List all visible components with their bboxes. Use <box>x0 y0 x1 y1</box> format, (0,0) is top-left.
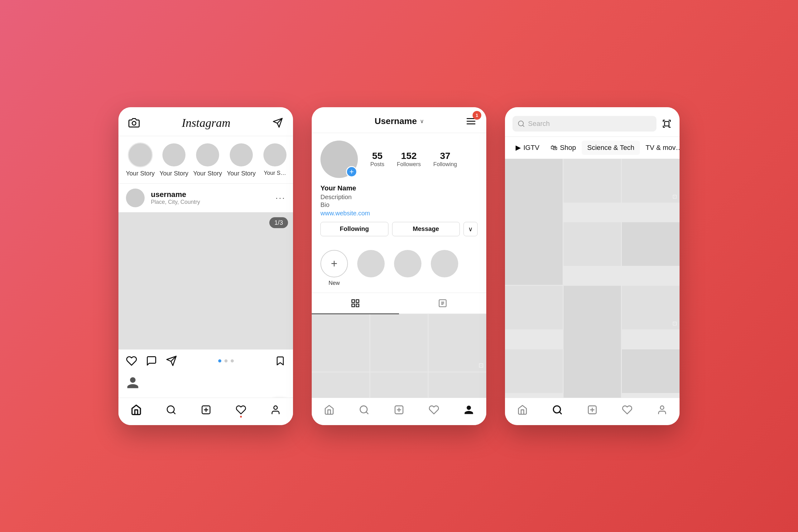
add-story-button[interactable]: + <box>346 166 357 177</box>
svg-rect-26 <box>665 121 669 126</box>
post-counter: 1/3 <box>269 217 288 228</box>
tab-grid[interactable] <box>312 293 399 314</box>
p2-nav-profile-button[interactable] <box>463 404 474 415</box>
camera-icon[interactable] <box>129 117 140 128</box>
explore-cell-2-icon: ⊡ <box>672 193 677 200</box>
highlight-circle-1 <box>357 250 385 278</box>
story-item-4[interactable]: Your S… <box>258 142 292 177</box>
explore-cell-1[interactable] <box>564 159 621 203</box>
posts-stat: 55 Posts <box>370 151 384 168</box>
header-notification-badge: 1 <box>473 111 481 120</box>
comment-button[interactable] <box>146 355 157 366</box>
p3-nav-search-button[interactable] <box>552 404 563 415</box>
cat-science-tech[interactable]: Science & Tech <box>582 140 640 155</box>
message-button[interactable]: Message <box>392 222 460 236</box>
profile-icon <box>126 376 140 390</box>
p3-nav-profile-button[interactable] <box>657 404 667 415</box>
profile-tabs <box>312 293 486 314</box>
new-label: New <box>328 280 340 286</box>
p3-nav-add-button[interactable] <box>587 404 597 415</box>
post-image: 1/3 <box>118 212 293 349</box>
profile-header: Username ∨ 1 <box>312 107 486 133</box>
p3-nav-heart-button[interactable] <box>622 404 632 415</box>
tab-tagged[interactable] <box>399 293 486 314</box>
story-item-1[interactable]: Your Story <box>157 142 191 177</box>
profile-username: Username <box>375 116 417 126</box>
post-header: username Place, City, Country ··· <box>118 184 293 212</box>
new-highlight-button[interactable]: + <box>320 250 348 278</box>
explore-cell-2[interactable]: ⊡ <box>622 159 680 203</box>
nav-add-button[interactable] <box>201 404 211 415</box>
cat-tv[interactable]: TV & mov… <box>640 140 680 155</box>
cat-igtv[interactable]: ▶ IGTV <box>510 140 545 155</box>
explore-bottom-nav <box>505 398 680 425</box>
post-actions <box>118 349 293 372</box>
nav-profile-button[interactable] <box>270 404 281 415</box>
explore-cell-3[interactable] <box>564 222 621 266</box>
highlight-1[interactable] <box>357 250 385 286</box>
p2-nav-home-button[interactable] <box>324 404 335 415</box>
cat-tv-label: TV & mov… <box>646 144 680 152</box>
explore-header: Search <box>505 107 680 137</box>
nav-search-button[interactable] <box>166 404 176 415</box>
chevron-down-icon[interactable]: ∨ <box>420 118 424 125</box>
p2-nav-add-button[interactable] <box>394 404 404 415</box>
dropdown-button[interactable]: ∨ <box>463 222 478 236</box>
igtv-icon: ▶ <box>516 144 521 152</box>
svg-rect-17 <box>356 304 359 307</box>
explore-cell-4[interactable] <box>622 222 680 266</box>
like-button[interactable] <box>126 355 137 366</box>
p2-nav-search-button[interactable] <box>359 404 369 415</box>
explore-cell-5[interactable] <box>505 286 563 329</box>
bookmark-button[interactable] <box>275 356 286 366</box>
profile-link[interactable]: www.website.com <box>320 210 478 217</box>
story-item-3[interactable]: Your Story <box>225 142 258 177</box>
search-bar[interactable]: Search <box>512 116 657 132</box>
feed-header: Instagram <box>118 107 293 136</box>
p2-nav-heart-button[interactable] <box>429 404 439 415</box>
grid-cell-2[interactable] <box>370 314 428 372</box>
cat-shop[interactable]: 🛍 Shop <box>545 140 581 155</box>
profile-description: Description <box>320 193 478 201</box>
p3-nav-home-button[interactable] <box>517 404 528 415</box>
profile-pic-wrapper: + <box>320 140 358 178</box>
story-avatar-0 <box>128 142 153 167</box>
liker-section <box>118 372 293 393</box>
profile-section: + 55 Posts 152 Followers 37 Following <box>312 133 486 244</box>
explore-cell-6[interactable]: ⊡ <box>622 286 680 329</box>
post-more-button[interactable]: ··· <box>276 193 286 203</box>
highlight-3[interactable] <box>431 250 458 286</box>
send-icon[interactable] <box>272 117 283 128</box>
following-stat: 37 Following <box>433 151 457 168</box>
share-button[interactable] <box>166 355 177 366</box>
grid-cell-3[interactable]: ⊡ <box>429 314 486 372</box>
grid-cell-1[interactable] <box>312 314 369 372</box>
explore-cell-6-icon: ⊡ <box>672 320 677 327</box>
highlight-new[interactable]: + New <box>320 250 348 286</box>
explore-cell-tall-1[interactable] <box>505 159 563 285</box>
cat-igtv-label: IGTV <box>524 144 539 152</box>
story-item-2[interactable]: Your Story <box>191 142 225 177</box>
nav-heart-button[interactable] <box>236 404 246 415</box>
post-user-info: username Place, City, Country <box>151 190 200 205</box>
following-button[interactable]: Following <box>320 222 388 236</box>
highlights-row: + New <box>312 244 486 293</box>
following-count: 37 <box>440 151 450 161</box>
story-item-0[interactable]: Your Story <box>124 142 157 177</box>
explore-cell-tall-2[interactable] <box>564 286 621 412</box>
explore-cell-7[interactable] <box>505 349 563 393</box>
explore-grid: ⊡ ⊡ <box>505 159 680 412</box>
svg-line-28 <box>559 412 562 414</box>
nav-home-button[interactable] <box>131 404 142 415</box>
header-right: 1 <box>466 116 476 127</box>
story-label-1: Your Story <box>159 170 189 177</box>
username-row: Username ∨ <box>375 116 424 126</box>
explore-cell-8[interactable] <box>622 349 680 393</box>
post-location: Place, City, Country <box>151 199 200 205</box>
posts-count: 55 <box>372 151 382 161</box>
profile-name: Your Name <box>320 184 478 192</box>
cat-science-label: Science & Tech <box>587 144 634 152</box>
highlight-2[interactable] <box>394 250 421 286</box>
followers-count: 152 <box>401 151 417 161</box>
scan-icon[interactable] <box>662 118 672 129</box>
